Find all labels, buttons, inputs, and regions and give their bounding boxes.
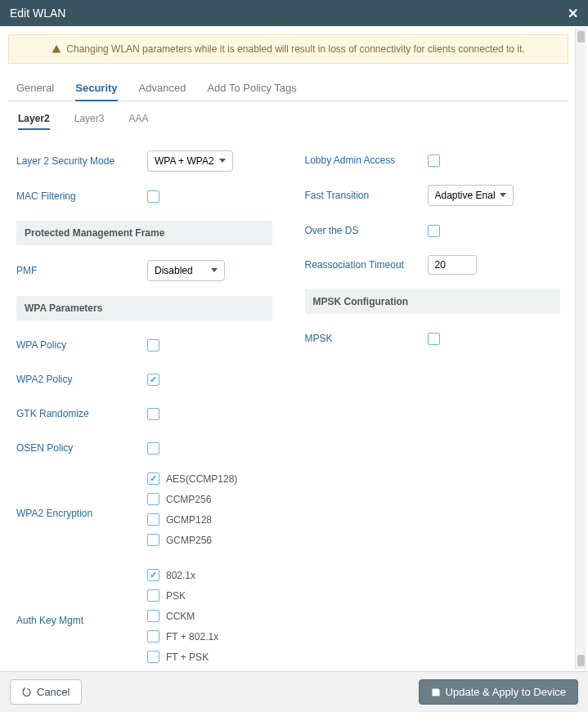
scrollbar-up-icon[interactable] — [577, 31, 585, 43]
scrollbar[interactable] — [575, 28, 586, 669]
akm-label: Auth Key Mgmt — [16, 615, 147, 626]
l2mode-select[interactable]: WPA + WPA2 — [147, 150, 233, 172]
main-tabs: General Security Advanced Add To Policy … — [8, 75, 568, 101]
akm-ft8021x-label: FT + 802.1x — [166, 631, 218, 643]
tab-general[interactable]: General — [16, 75, 54, 101]
apply-button[interactable]: Update & Apply to Device — [419, 679, 578, 705]
akm-psk-label: PSK — [166, 590, 186, 602]
lobby-label: Lobby Admin Access — [305, 154, 428, 166]
pmf-select[interactable]: Disabled — [147, 260, 225, 281]
pmf-label: PMF — [16, 265, 147, 276]
tab-advanced[interactable]: Advanced — [139, 75, 186, 101]
mpsk-section-header: MPSK Configuration — [305, 289, 561, 314]
lobby-checkbox[interactable] — [428, 154, 440, 167]
wpa-section-header: WPA Parameters — [16, 296, 272, 320]
left-column: Layer 2 Security Mode WPA + WPA2 MAC Fil… — [16, 150, 272, 671]
akm-cckm-label: CCKM — [166, 611, 195, 622]
wpa2-policy-label: WPA2 Policy — [16, 374, 147, 385]
close-icon[interactable]: ✕ — [568, 6, 578, 21]
akm-8021x-label: 802.1x — [166, 570, 195, 581]
apply-label: Update & Apply to Device — [446, 686, 566, 698]
mpsk-checkbox[interactable] — [428, 333, 440, 345]
wpa2enc-gcmp256-checkbox[interactable] — [147, 534, 159, 546]
akm-ft8021x-checkbox[interactable] — [147, 630, 159, 643]
reassoc-label: Reassociation Timeout — [305, 259, 428, 271]
akm-psk-checkbox[interactable] — [147, 589, 159, 602]
scroll-area: Changing WLAN parameters while it is ena… — [0, 26, 588, 671]
save-icon — [431, 687, 441, 697]
akm-ftpsk-label: FT + PSK — [166, 652, 209, 663]
wpa2enc-gcmp128-label: GCMP128 — [166, 514, 212, 526]
subtab-aaa[interactable]: AAA — [128, 113, 148, 129]
gtk-label: GTK Randomize — [16, 408, 147, 419]
wpa2enc-aes-label: AES(CCMP128) — [166, 473, 237, 485]
mpsk-label: MPSK — [305, 333, 428, 344]
wpa2enc-ccmp256-checkbox[interactable] — [147, 493, 159, 505]
wpa2-policy-checkbox[interactable] — [147, 374, 159, 386]
cancel-button[interactable]: Cancel — [10, 679, 82, 705]
wpa2enc-ccmp256-label: CCMP256 — [166, 494, 211, 505]
security-subtabs: Layer2 Layer3 AAA — [8, 101, 568, 136]
subtab-layer3[interactable]: Layer3 — [74, 113, 105, 129]
subtab-layer2[interactable]: Layer2 — [18, 113, 50, 129]
tab-add-to-policy-tags[interactable]: Add To Policy Tags — [207, 75, 296, 101]
osen-checkbox[interactable] — [147, 442, 159, 455]
osen-label: OSEN Policy — [16, 442, 147, 454]
warning-text: Changing WLAN parameters while it is ena… — [66, 43, 524, 55]
l2mode-label: Layer 2 Security Mode — [16, 155, 147, 167]
wpa2enc-aes-checkbox[interactable] — [147, 472, 159, 485]
dialog-footer: Cancel Update & Apply to Device — [0, 671, 588, 712]
undo-icon — [22, 687, 32, 697]
scrollbar-down-icon[interactable] — [577, 655, 585, 666]
warning-icon — [52, 44, 61, 54]
right-column: Lobby Admin Access Fast Transition Adapt… — [305, 150, 561, 671]
wpa-policy-checkbox[interactable] — [147, 339, 159, 352]
dialog-header: Edit WLAN ✕ — [0, 0, 588, 26]
macfilter-label: MAC Filtering — [16, 190, 147, 202]
wpa-policy-label: WPA Policy — [16, 339, 147, 351]
overds-label: Over the DS — [305, 225, 428, 236]
akm-8021x-checkbox[interactable] — [147, 569, 159, 581]
tab-security[interactable]: Security — [75, 75, 117, 101]
gtk-checkbox[interactable] — [147, 408, 159, 420]
wpa2enc-label: WPA2 Encryption — [16, 508, 147, 519]
wpa2enc-gcmp128-checkbox[interactable] — [147, 513, 159, 526]
akm-ftpsk-checkbox[interactable] — [147, 651, 159, 663]
reassoc-input[interactable] — [428, 255, 477, 275]
dialog-title: Edit WLAN — [10, 7, 65, 20]
akm-cckm-checkbox[interactable] — [147, 610, 159, 622]
cancel-label: Cancel — [37, 686, 70, 698]
pmf-section-header: Protected Management Frame — [16, 221, 272, 245]
ft-label: Fast Transition — [305, 190, 428, 201]
overds-checkbox[interactable] — [428, 225, 440, 237]
warning-alert: Changing WLAN parameters while it is ena… — [8, 34, 568, 64]
dialog-body: Changing WLAN parameters while it is ena… — [0, 26, 588, 671]
wpa2enc-gcmp256-label: GCMP256 — [166, 535, 212, 546]
macfilter-checkbox[interactable] — [147, 190, 159, 203]
ft-select[interactable]: Adaptive Enab... — [428, 185, 514, 206]
